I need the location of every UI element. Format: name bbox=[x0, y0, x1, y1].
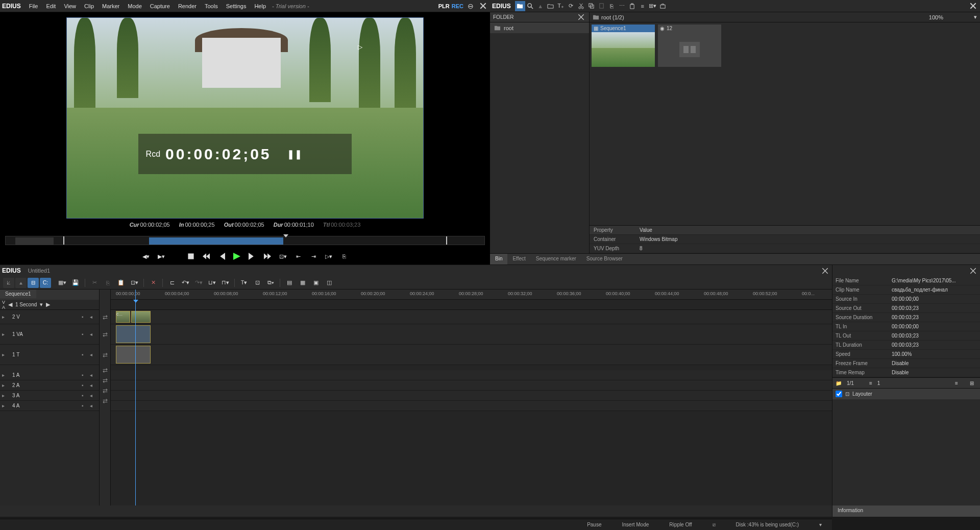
track-2v[interactable]: с... bbox=[111, 310, 832, 324]
grid-icon[interactable]: ⊞▾ bbox=[648, 1, 658, 11]
rec-label[interactable]: REC bbox=[452, 3, 463, 9]
tab-effect[interactable]: Effect bbox=[507, 254, 530, 264]
status-dropdown-icon[interactable]: ▾ bbox=[809, 522, 832, 527]
playhead[interactable] bbox=[135, 290, 136, 505]
cut-button[interactable]: ✂ bbox=[88, 277, 101, 288]
lock-icon[interactable]: ◂ bbox=[90, 403, 96, 409]
scrub-bar[interactable] bbox=[5, 236, 485, 245]
new-clip-icon[interactable]: ⟳ bbox=[566, 1, 576, 11]
track-1va[interactable] bbox=[111, 324, 832, 345]
set-out-button[interactable]: ▶▾ bbox=[156, 251, 167, 262]
menu-render[interactable]: Render bbox=[174, 3, 201, 9]
mode-normal-icon[interactable]: ⟀ bbox=[3, 278, 14, 288]
playhead-slider[interactable] bbox=[283, 234, 288, 237]
expand-icon[interactable]: ▸ bbox=[2, 352, 8, 357]
tc-in[interactable]: 00:00:00;25 bbox=[185, 222, 215, 228]
patch-icon[interactable]: ⇄ bbox=[100, 375, 110, 386]
rewind-button[interactable] bbox=[201, 251, 212, 262]
track-1t[interactable] bbox=[111, 345, 832, 365]
toolbox-icon[interactable] bbox=[658, 1, 668, 11]
timeline-clip[interactable]: с... bbox=[116, 311, 130, 323]
scale-next-icon[interactable]: ▶ bbox=[46, 301, 50, 308]
next-frame-button[interactable] bbox=[247, 251, 258, 262]
patch-icon[interactable]: ⇄ bbox=[100, 386, 110, 396]
track-header[interactable]: ▸4 A▪◂ bbox=[0, 401, 99, 411]
tc-out[interactable]: 00:00:02;05 bbox=[235, 222, 264, 228]
expand-icon[interactable]: ▸ bbox=[2, 331, 8, 337]
track-3a[interactable] bbox=[111, 391, 832, 401]
stop-button[interactable] bbox=[185, 251, 197, 262]
prev-edit-button[interactable]: ⇤ bbox=[292, 251, 304, 262]
loop-button[interactable]: ⊡▾ bbox=[277, 251, 288, 262]
menu-file[interactable]: File bbox=[25, 3, 42, 9]
expand-icon[interactable]: ⊞ bbox=[967, 378, 977, 388]
redo-button[interactable]: ↷▾ bbox=[192, 277, 205, 288]
mute-icon[interactable]: ▪ bbox=[82, 403, 88, 409]
tab-bin[interactable]: Bin bbox=[490, 254, 507, 264]
title-tool-button[interactable]: T▾ bbox=[238, 277, 250, 288]
close-icon[interactable] bbox=[478, 1, 488, 11]
zoom-label[interactable]: 100% bbox=[929, 14, 943, 20]
mute-icon[interactable]: ▪ bbox=[82, 382, 88, 389]
time-ruler[interactable]: 00:00:00;0000:00:04;0000:00:08;0000:00:1… bbox=[111, 290, 832, 300]
track-1a[interactable] bbox=[111, 370, 832, 380]
paste-icon[interactable] bbox=[597, 1, 607, 11]
track-4a[interactable] bbox=[111, 401, 832, 411]
lock-icon[interactable]: ◂ bbox=[90, 393, 96, 399]
close-bin-icon[interactable] bbox=[968, 1, 978, 11]
menu-mode[interactable]: Mode bbox=[124, 3, 146, 9]
tab-source-browser[interactable]: Source Browser bbox=[581, 254, 628, 264]
output-button[interactable]: ⎘ bbox=[338, 251, 350, 262]
bin-thumb-sequence[interactable]: ▦Sequence1 bbox=[592, 25, 655, 67]
expand-icon[interactable]: ▸ bbox=[2, 403, 8, 408]
menu-view[interactable]: View bbox=[60, 3, 80, 9]
timeline-close-icon[interactable] bbox=[820, 266, 830, 276]
copy-button[interactable]: ⎘ bbox=[102, 277, 114, 288]
bin-thumb-image[interactable]: ◉12 bbox=[658, 25, 721, 67]
in-marker[interactable] bbox=[63, 236, 64, 245]
lock-icon[interactable]: ◂ bbox=[90, 352, 96, 358]
layouter-item[interactable]: ⊡ Layouter bbox=[832, 389, 980, 399]
menu-capture[interactable]: Capture bbox=[146, 3, 174, 9]
scrub-range[interactable] bbox=[149, 237, 283, 245]
folder-root-item[interactable]: root bbox=[490, 22, 589, 33]
lock-icon[interactable]: ◂ bbox=[90, 372, 96, 378]
menu-help[interactable]: Help bbox=[250, 3, 270, 9]
folder-icon[interactable] bbox=[515, 1, 525, 11]
mode-trim-icon[interactable]: ⟁ bbox=[15, 278, 27, 288]
tab-information[interactable]: Information bbox=[832, 505, 980, 517]
layouter-checkbox[interactable] bbox=[836, 391, 842, 397]
layout-button[interactable]: ▣ bbox=[310, 277, 322, 288]
expand-icon[interactable]: ▸ bbox=[2, 372, 8, 378]
new-seq-button[interactable]: ▦▾ bbox=[56, 277, 68, 288]
paste-button[interactable]: 📋 bbox=[115, 277, 127, 288]
scale-prev-icon[interactable]: ◀ bbox=[8, 301, 12, 308]
expand-icon[interactable]: ▸ bbox=[2, 393, 8, 398]
patch-icon[interactable]: ⇄ bbox=[100, 396, 110, 406]
proxy-button[interactable]: ▦ bbox=[297, 277, 309, 288]
lock-icon[interactable]: ◂ bbox=[90, 382, 96, 389]
undo-button[interactable]: ↶▾ bbox=[179, 277, 191, 288]
folder-close-icon[interactable] bbox=[576, 12, 586, 22]
snap-button[interactable]: ⊓▾ bbox=[219, 277, 231, 288]
scale-dropdown-icon[interactable]: ▾ bbox=[40, 301, 43, 308]
cut-icon[interactable] bbox=[576, 1, 586, 11]
video-frame[interactable]: Rcd 00:00:02;05 ❚❚ ▷ bbox=[66, 17, 424, 219]
track-header[interactable]: ▸3 A▪◂ bbox=[0, 391, 99, 401]
timeline-clip-title[interactable] bbox=[116, 346, 151, 364]
track-header[interactable]: ▸2 A▪◂ bbox=[0, 380, 99, 391]
status-monitor-icon[interactable]: ⎚ bbox=[702, 522, 726, 527]
mode-multi-icon[interactable]: ⊟ bbox=[28, 278, 39, 288]
mute-icon[interactable]: ▪ bbox=[82, 314, 88, 320]
up-icon[interactable]: ▲ bbox=[535, 1, 546, 11]
mute-icon[interactable]: ▪ bbox=[82, 331, 88, 338]
audio-button[interactable]: ◫ bbox=[323, 277, 335, 288]
lock-icon[interactable]: ◂ bbox=[90, 314, 96, 320]
track-header[interactable]: ▸1 T▪◂ bbox=[0, 345, 99, 365]
group-button[interactable]: ⊔▾ bbox=[206, 277, 218, 288]
play-button[interactable] bbox=[231, 251, 242, 262]
track-header[interactable]: ▸1 VA▪◂ bbox=[0, 324, 99, 345]
timeline-content[interactable]: 00:00:00;0000:00:04;0000:00:08;0000:00:1… bbox=[111, 290, 832, 505]
properties-button[interactable]: ⊡ bbox=[251, 277, 263, 288]
expand-icon[interactable]: ▸ bbox=[2, 314, 8, 320]
